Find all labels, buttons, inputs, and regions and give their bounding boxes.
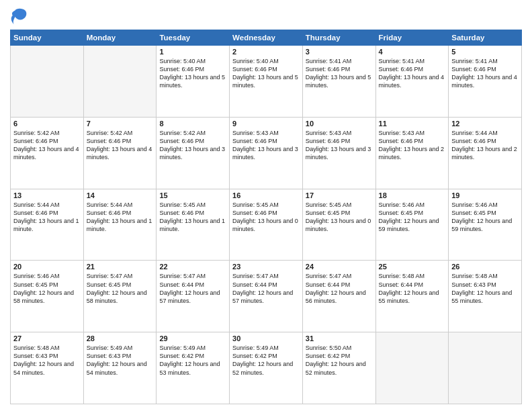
calendar-cell: 20Sunrise: 5:46 AMSunset: 6:45 PMDayligh… — [11, 261, 84, 332]
cell-text: Sunset: 6:42 PM — [306, 352, 373, 360]
cell-text: Sunset: 6:46 PM — [379, 65, 446, 73]
page: SundayMondayTuesdayWednesdayThursdayFrid… — [0, 0, 532, 411]
calendar-cell: 27Sunrise: 5:48 AMSunset: 6:43 PMDayligh… — [11, 332, 84, 404]
cell-text: Sunrise: 5:41 AM — [451, 57, 519, 65]
cell-text: Sunrise: 5:48 AM — [13, 344, 81, 352]
calendar-cell — [375, 332, 449, 404]
calendar-cell: 30Sunrise: 5:49 AMSunset: 6:42 PMDayligh… — [230, 332, 303, 404]
cell-text: Daylight: 12 hours and 59 minutes. — [379, 217, 446, 233]
cell-text: Sunrise: 5:42 AM — [13, 129, 81, 137]
calendar-day-header: Monday — [83, 30, 157, 46]
cell-text: Sunset: 6:46 PM — [159, 65, 226, 73]
cell-text: Sunrise: 5:47 AM — [159, 272, 226, 280]
day-number: 8 — [159, 120, 226, 128]
day-number: 22 — [159, 263, 226, 271]
calendar-cell: 11Sunrise: 5:43 AMSunset: 6:46 PMDayligh… — [375, 117, 449, 189]
cell-text: Sunset: 6:46 PM — [232, 209, 300, 217]
cell-text: Daylight: 13 hours and 4 minutes. — [87, 145, 154, 161]
calendar-day-header: Friday — [375, 30, 449, 46]
day-number: 30 — [232, 334, 300, 342]
cell-text: Sunrise: 5:43 AM — [232, 129, 300, 137]
calendar-cell: 26Sunrise: 5:48 AMSunset: 6:43 PMDayligh… — [449, 261, 522, 332]
calendar-cell: 22Sunrise: 5:47 AMSunset: 6:44 PMDayligh… — [157, 261, 230, 332]
day-number: 1 — [159, 48, 226, 56]
cell-text: Sunrise: 5:48 AM — [451, 272, 519, 280]
day-number: 17 — [306, 191, 373, 199]
cell-text: Sunset: 6:44 PM — [159, 281, 226, 289]
cell-text: Sunrise: 5:48 AM — [379, 272, 446, 280]
cell-text: Sunrise: 5:46 AM — [451, 201, 519, 209]
cell-text: Sunset: 6:46 PM — [306, 137, 373, 145]
day-number: 11 — [379, 120, 446, 128]
day-number: 12 — [451, 120, 519, 128]
day-number: 27 — [13, 334, 81, 342]
calendar-week-row: 6Sunrise: 5:42 AMSunset: 6:46 PMDaylight… — [11, 117, 522, 189]
day-number: 16 — [232, 191, 300, 199]
header — [10, 7, 522, 26]
cell-text: Sunset: 6:46 PM — [379, 137, 446, 145]
calendar-cell: 31Sunrise: 5:50 AMSunset: 6:42 PMDayligh… — [302, 332, 375, 404]
cell-text: Daylight: 13 hours and 1 minute. — [159, 217, 226, 233]
cell-text: Sunset: 6:46 PM — [87, 137, 154, 145]
cell-text: Sunset: 6:44 PM — [379, 281, 446, 289]
cell-text: Sunrise: 5:46 AM — [13, 272, 81, 280]
cell-text: Sunrise: 5:45 AM — [232, 201, 300, 209]
cell-text: Sunset: 6:46 PM — [13, 209, 81, 217]
cell-text: Sunrise: 5:45 AM — [306, 201, 373, 209]
cell-text: Sunset: 6:45 PM — [451, 209, 519, 217]
day-number: 7 — [87, 120, 154, 128]
cell-text: Daylight: 13 hours and 4 minutes. — [13, 145, 81, 161]
calendar-cell: 5Sunrise: 5:41 AMSunset: 6:46 PMDaylight… — [449, 46, 522, 118]
cell-text: Sunset: 6:46 PM — [232, 137, 300, 145]
day-number: 29 — [159, 334, 226, 342]
cell-text: Sunset: 6:46 PM — [159, 137, 226, 145]
cell-text: Sunrise: 5:44 AM — [13, 201, 81, 209]
calendar-day-header: Saturday — [449, 30, 522, 46]
cell-text: Sunset: 6:46 PM — [451, 137, 519, 145]
cell-text: Sunrise: 5:40 AM — [232, 57, 300, 65]
day-number: 31 — [306, 334, 373, 342]
cell-text: Daylight: 12 hours and 57 minutes. — [232, 289, 300, 305]
cell-text: Sunrise: 5:49 AM — [232, 344, 300, 352]
cell-text: Sunset: 6:45 PM — [87, 281, 154, 289]
calendar-cell: 25Sunrise: 5:48 AMSunset: 6:44 PMDayligh… — [375, 261, 449, 332]
calendar-cell — [449, 332, 522, 404]
cell-text: Daylight: 13 hours and 4 minutes. — [451, 73, 519, 89]
calendar-header-row: SundayMondayTuesdayWednesdayThursdayFrid… — [11, 30, 522, 46]
cell-text: Daylight: 13 hours and 3 minutes. — [306, 145, 373, 161]
cell-text: Daylight: 12 hours and 58 minutes. — [87, 289, 154, 305]
cell-text: Sunset: 6:46 PM — [306, 65, 373, 73]
cell-text: Sunset: 6:43 PM — [87, 352, 154, 360]
cell-text: Daylight: 13 hours and 2 minutes. — [379, 145, 446, 161]
calendar-cell: 28Sunrise: 5:49 AMSunset: 6:43 PMDayligh… — [83, 332, 157, 404]
cell-text: Daylight: 12 hours and 59 minutes. — [451, 217, 519, 233]
cell-text: Sunrise: 5:41 AM — [379, 57, 446, 65]
calendar-cell: 2Sunrise: 5:40 AMSunset: 6:46 PMDaylight… — [230, 46, 303, 118]
day-number: 13 — [13, 191, 81, 199]
day-number: 19 — [451, 191, 519, 199]
day-number: 4 — [379, 48, 446, 56]
day-number: 9 — [232, 120, 300, 128]
calendar-cell: 6Sunrise: 5:42 AMSunset: 6:46 PMDaylight… — [11, 117, 84, 189]
cell-text: Sunrise: 5:44 AM — [451, 129, 519, 137]
day-number: 28 — [87, 334, 154, 342]
cell-text: Sunset: 6:45 PM — [306, 209, 373, 217]
cell-text: Sunrise: 5:42 AM — [87, 129, 154, 137]
cell-text: Daylight: 12 hours and 56 minutes. — [306, 289, 373, 305]
cell-text: Daylight: 12 hours and 57 minutes. — [159, 289, 226, 305]
calendar-cell: 21Sunrise: 5:47 AMSunset: 6:45 PMDayligh… — [83, 261, 157, 332]
calendar-cell: 16Sunrise: 5:45 AMSunset: 6:46 PMDayligh… — [230, 189, 303, 261]
cell-text: Sunset: 6:44 PM — [306, 281, 373, 289]
cell-text: Sunset: 6:46 PM — [451, 65, 519, 73]
calendar-day-header: Sunday — [11, 30, 84, 46]
cell-text: Daylight: 13 hours and 3 minutes. — [159, 145, 226, 161]
calendar-cell — [11, 46, 84, 118]
cell-text: Sunset: 6:46 PM — [87, 209, 154, 217]
calendar-table: SundayMondayTuesdayWednesdayThursdayFrid… — [10, 30, 522, 404]
calendar-cell: 15Sunrise: 5:45 AMSunset: 6:46 PMDayligh… — [157, 189, 230, 261]
calendar-day-header: Tuesday — [157, 30, 230, 46]
cell-text: Sunrise: 5:41 AM — [306, 57, 373, 65]
day-number: 15 — [159, 191, 226, 199]
calendar-cell: 10Sunrise: 5:43 AMSunset: 6:46 PMDayligh… — [302, 117, 375, 189]
day-number: 18 — [379, 191, 446, 199]
